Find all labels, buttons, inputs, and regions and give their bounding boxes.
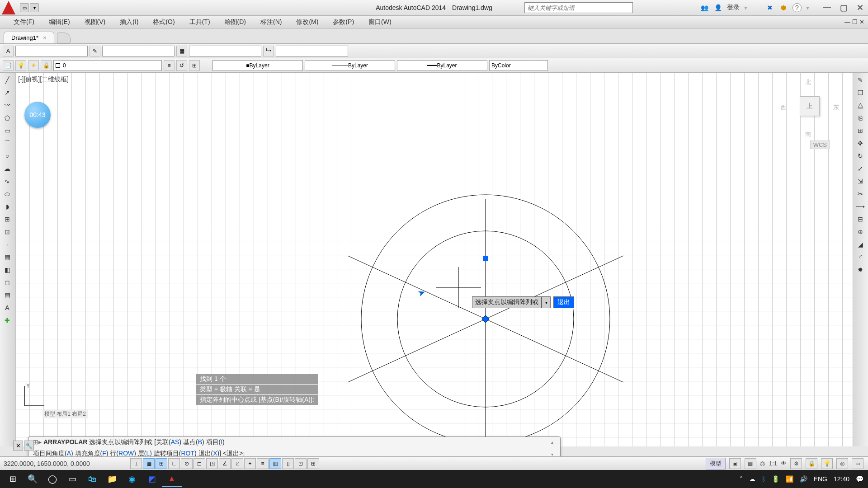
menu-edit[interactable]: 编辑(E): [49, 18, 70, 26]
clean-screen-icon[interactable]: ▭: [852, 458, 863, 469]
close-button[interactable]: ✕: [857, 3, 863, 13]
model-space-button[interactable]: 模型: [706, 458, 726, 469]
plotstyle-dropdown[interactable]: ByColor: [489, 60, 548, 71]
spline-tool-icon[interactable]: ∿: [1, 176, 14, 187]
table-tool-icon[interactable]: ▤: [1, 290, 14, 300]
action-center-icon[interactable]: 💬: [856, 475, 863, 483]
line-tool-icon[interactable]: ╱: [1, 75, 14, 85]
textstyle-dropdown[interactable]: [15, 46, 88, 56]
xline-tool-icon[interactable]: ↗: [1, 87, 14, 98]
autocad-taskbar-icon[interactable]: ▲: [162, 471, 182, 487]
revcloud-tool-icon[interactable]: ☁: [1, 163, 14, 174]
weather-icon[interactable]: ☁: [749, 475, 755, 483]
start-button[interactable]: ⊞: [3, 471, 23, 487]
quickview-layouts-icon[interactable]: ▣: [729, 458, 741, 469]
cmd-config-icon[interactable]: 🔧: [24, 441, 34, 450]
anno-scale-icon[interactable]: ⚖: [760, 460, 765, 467]
tablestyle-dropdown[interactable]: [189, 46, 261, 56]
app-blue-icon[interactable]: ◩: [142, 471, 162, 487]
hardware-accel-icon[interactable]: 💡: [821, 458, 833, 469]
array-tool-icon[interactable]: ⊞: [854, 125, 867, 136]
layer-on-icon[interactable]: 💡: [15, 60, 26, 71]
color-dropdown[interactable]: ■ ByLayer: [212, 60, 303, 71]
layer-states-icon[interactable]: ≡: [164, 60, 175, 71]
explode-tool-icon[interactable]: ✸: [854, 264, 867, 275]
dyn-toggle[interactable]: +: [244, 458, 256, 469]
sc-toggle[interactable]: ⊡: [295, 458, 307, 469]
polygon-tool-icon[interactable]: ⬠: [1, 113, 14, 123]
scale-tool-icon[interactable]: ⤢: [854, 163, 867, 174]
ducs-toggle[interactable]: ⟀: [231, 458, 243, 469]
menu-modify[interactable]: 修改(M): [296, 18, 318, 26]
qat-dropdown-icon[interactable]: ▾: [30, 3, 39, 12]
dyn-exit-button[interactable]: 退出: [553, 296, 574, 308]
ellipse-arc-tool-icon[interactable]: ◗: [1, 201, 14, 212]
taskbar-app-1-icon[interactable]: ▭: [62, 471, 82, 487]
textstyle-icon[interactable]: A: [3, 46, 14, 56]
copy-tool-icon[interactable]: ❐: [854, 87, 867, 98]
drawing-canvas[interactable]: [-][俯视][二维线框] 00:43 北 西 东 南 上 WCS ➤: [15, 73, 853, 446]
coordinate-readout[interactable]: 3220.0000, 1650.0000, 0.0000: [4, 460, 121, 467]
store-icon[interactable]: 🛍: [82, 471, 102, 487]
dimstyle-icon[interactable]: ✎: [90, 46, 100, 56]
infer-toggle[interactable]: ⟂: [130, 458, 142, 469]
addselected-tool-icon[interactable]: ✚: [1, 315, 14, 326]
layer-freeze-icon[interactable]: ☀: [28, 60, 39, 71]
insert-block-tool-icon[interactable]: ⊞: [1, 214, 14, 225]
doc-tab-drawing1[interactable]: Drawing1* ×: [4, 32, 54, 43]
gradient-tool-icon[interactable]: ◧: [1, 264, 14, 275]
search-input[interactable]: [524, 2, 633, 13]
dyn-dropdown-icon[interactable]: ▾: [542, 296, 551, 308]
trim-tool-icon[interactable]: ✂: [854, 188, 867, 199]
new-tab-button[interactable]: [57, 33, 71, 43]
am-toggle[interactable]: ⊞: [307, 458, 319, 469]
bluetooth-icon[interactable]: ᛒ: [762, 475, 765, 483]
extend-tool-icon[interactable]: ⟶: [854, 201, 867, 212]
circle-tool-icon[interactable]: ○: [1, 150, 14, 161]
osnap-toggle[interactable]: ◻: [193, 458, 205, 469]
wifi-icon[interactable]: 📶: [786, 475, 793, 483]
isolate-icon[interactable]: ◎: [836, 458, 848, 469]
maximize-button[interactable]: ▢: [840, 3, 848, 13]
user-icon[interactable]: 👤: [713, 3, 722, 12]
rectangle-tool-icon[interactable]: ▭: [1, 125, 14, 136]
battery-icon[interactable]: 🔋: [772, 475, 779, 483]
mtext-tool-icon[interactable]: A: [1, 302, 14, 313]
hatch-tool-icon[interactable]: ▦: [1, 252, 14, 263]
qp-toggle[interactable]: ▯: [282, 458, 294, 469]
minimize-button[interactable]: —: [823, 3, 831, 13]
ortho-toggle[interactable]: ∟: [168, 458, 180, 469]
mdi-restore-icon[interactable]: ❐: [852, 19, 858, 25]
edge-icon[interactable]: ◉: [122, 471, 142, 487]
layer-prev-icon[interactable]: ↺: [176, 60, 187, 71]
menu-tools[interactable]: 工具(T): [189, 18, 210, 26]
infocenter-icon[interactable]: 👥: [700, 3, 709, 12]
layer-lock-icon[interactable]: 🔓: [41, 60, 52, 71]
app-logo-icon[interactable]: [2, 1, 15, 14]
cmd-close-icon[interactable]: ✕: [13, 441, 23, 450]
tablestyle-icon[interactable]: ▦: [176, 46, 187, 56]
mleaderstyle-icon[interactable]: ⮡: [263, 46, 274, 56]
polyline-tool-icon[interactable]: 〰: [1, 100, 14, 111]
polar-toggle[interactable]: ⊙: [181, 458, 193, 469]
tpy-toggle[interactable]: ▥: [269, 458, 281, 469]
region-tool-icon[interactable]: ◻: [1, 277, 14, 288]
doc-tab-close-icon[interactable]: ×: [43, 34, 47, 41]
model-layout-tabs[interactable]: 模型 布局1 布局2: [42, 410, 88, 418]
lwt-toggle[interactable]: ≡: [257, 458, 269, 469]
grip-handle[interactable]: [483, 256, 488, 261]
workspace-icon[interactable]: ⚙: [790, 458, 802, 469]
break-tool-icon[interactable]: ⊟: [854, 214, 867, 225]
exchange-icon[interactable]: ✖: [765, 3, 774, 12]
snap-toggle[interactable]: ▦: [143, 458, 155, 469]
login-button[interactable]: 登录: [727, 4, 740, 12]
layer-properties-icon[interactable]: 📑: [3, 60, 14, 71]
join-tool-icon[interactable]: ⊕: [854, 226, 867, 237]
menu-view[interactable]: 视图(V): [85, 18, 106, 26]
menu-draw[interactable]: 绘图(D): [225, 18, 246, 26]
mdi-close-icon[interactable]: ✕: [859, 19, 864, 25]
clock[interactable]: 12:40: [834, 475, 849, 483]
layer-match-icon[interactable]: ⊞: [189, 60, 200, 71]
mirror-tool-icon[interactable]: ⧋: [854, 100, 867, 111]
explorer-icon[interactable]: 📁: [102, 471, 122, 487]
